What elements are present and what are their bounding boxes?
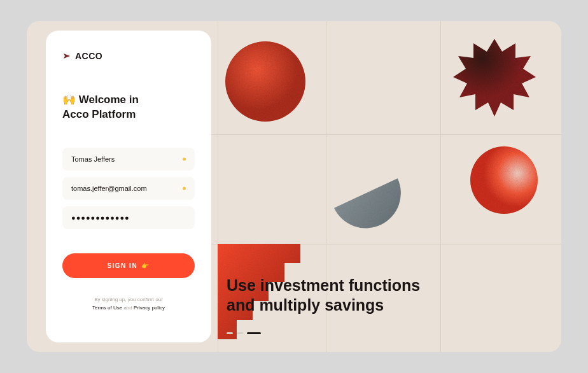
decorative-halfcircle-icon — [326, 155, 409, 237]
slide-indicator-2[interactable] — [237, 332, 243, 334]
status-dot-icon — [183, 186, 186, 190]
password-field-wrapper — [62, 206, 195, 229]
email-field-wrapper — [62, 177, 195, 200]
name-field[interactable] — [62, 148, 195, 171]
password-field[interactable] — [62, 206, 195, 229]
signin-button[interactable]: SIGN IN 👉 — [62, 253, 195, 278]
slide-indicator-3[interactable] — [247, 332, 261, 334]
logo-icon — [62, 52, 71, 60]
welcome-title: 🙌 Welcome in Acco Platform — [62, 93, 195, 122]
decorative-circle-icon — [224, 40, 307, 123]
slide-indicators — [227, 332, 261, 334]
marketing-panel: Use investment functions and multiply sa… — [211, 21, 561, 352]
pointing-hand-icon: 👉 — [141, 262, 150, 269]
terms-link[interactable]: Terms of Use — [92, 305, 122, 311]
disclaimer-text: By signing up, you confirm our Terms of … — [62, 296, 195, 313]
app-container: ACCO 🙌 Welcome in Acco Platform SIGN IN … — [27, 21, 561, 352]
logo: ACCO — [62, 51, 195, 61]
name-field-wrapper — [62, 148, 195, 171]
privacy-link[interactable]: Privacy policy — [134, 305, 165, 311]
status-dot-icon — [183, 157, 186, 160]
email-field[interactable] — [62, 177, 195, 200]
svg-point-1 — [225, 41, 305, 122]
decorative-circle-icon — [469, 145, 539, 215]
decorative-burst-icon — [447, 34, 542, 129]
slide-indicator-1[interactable] — [227, 332, 233, 334]
login-card: ACCO 🙌 Welcome in Acco Platform SIGN IN … — [46, 31, 211, 342]
svg-point-3 — [470, 146, 538, 214]
marketing-headline: Use investment functions and multiply sa… — [227, 276, 420, 316]
logo-text: ACCO — [75, 51, 102, 61]
